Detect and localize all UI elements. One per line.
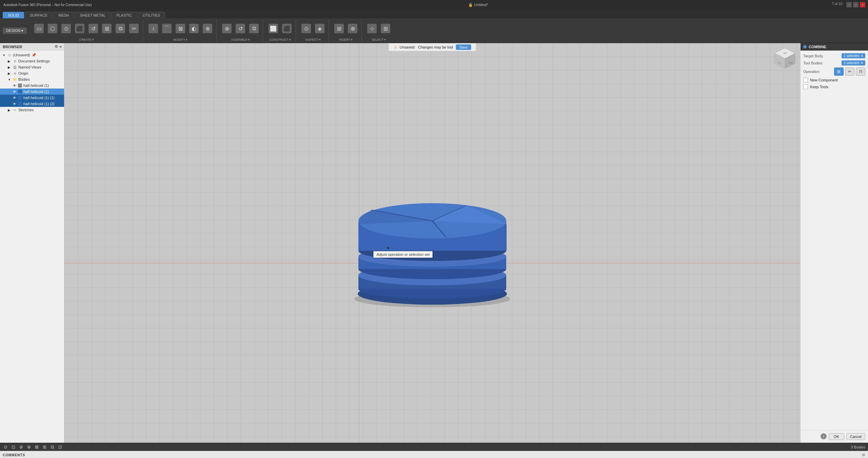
ribbon-group-modify: ↕ ⌒ ⊠ ◐ ⊕ MODIFY ▾: [144, 20, 217, 41]
tab-solid[interactable]: SOLID: [3, 12, 24, 18]
create-extrude-icon[interactable]: ⬛: [74, 23, 86, 34]
folder-icon: ⚙: [13, 59, 17, 63]
tab-utilities[interactable]: UTILITIES: [138, 12, 165, 18]
ribbon-group-select: ⊹ ⊞ SELECT ▾: [363, 20, 394, 41]
toolbar-display2-icon[interactable]: ⊟: [50, 444, 55, 450]
maximize-button[interactable]: □: [853, 2, 859, 7]
op-join-button[interactable]: ⊞: [834, 68, 844, 76]
inspect-label: INSPECT ▾: [305, 38, 321, 41]
toolbar-zoom-fit-icon[interactable]: ⊕: [26, 444, 32, 450]
tab-sheet-metal[interactable]: SHEET METAL: [75, 12, 111, 18]
toolbar-display3-icon[interactable]: ⊡: [57, 444, 63, 450]
tree-item-body4[interactable]: 👁 half-helicoid (1) (2): [0, 101, 64, 107]
assemble-label: ASSEMBLE ▾: [231, 38, 250, 41]
assemble-joint-icon[interactable]: ↺: [234, 23, 246, 34]
tab-surface[interactable]: SURFACE: [25, 12, 53, 18]
toolbar-perspective-icon[interactable]: ⊠: [34, 444, 40, 450]
op-cut-button[interactable]: ✂: [845, 68, 854, 76]
modify-fillet-icon[interactable]: ⌒: [161, 23, 173, 34]
tree-item-body3[interactable]: 👁 half-helicoid (1) (1): [0, 95, 64, 101]
select-box-icon[interactable]: ⊞: [379, 23, 392, 34]
tree-item-sketches[interactable]: ▶ ✏ Sketches: [0, 107, 64, 113]
select-move-icon[interactable]: ⊹: [366, 23, 378, 34]
tool-bodies-value: 2 selected: [844, 61, 859, 65]
target-body-selection[interactable]: 1 selected ✕: [842, 53, 865, 58]
new-component-row: New Component: [803, 78, 865, 82]
create-sphere-icon[interactable]: ⊙: [60, 23, 72, 34]
document-title: 🔒 Untitled*: [92, 3, 865, 7]
tool-bodies-selection[interactable]: 2 selected ✕: [842, 60, 865, 65]
tree-item-origin[interactable]: ▶ ⊕ Origin: [0, 70, 64, 76]
keep-tools-label: Keep Tools: [810, 85, 828, 89]
ok-button[interactable]: OK: [829, 433, 844, 440]
op-intersect-button[interactable]: ⊓: [856, 68, 865, 76]
tree-item-body2[interactable]: 👁 half-helicoid (1): [0, 89, 64, 95]
tree-item-bodies[interactable]: ▾ 📁 Bodies: [0, 76, 64, 82]
tree-item-named-views[interactable]: ▶ 🖼 Named Views: [0, 64, 64, 70]
operation-row: Operation ⊞ ✂ ⊓: [803, 68, 865, 76]
tree-item-root[interactable]: ▾ ⊙ (Unsaved) 📌: [0, 52, 64, 58]
modify-more-icon[interactable]: ⊕: [201, 23, 214, 34]
create-box-icon[interactable]: ▭: [33, 23, 45, 34]
tab-mesh[interactable]: MESH: [53, 12, 74, 18]
toolbar-home-icon[interactable]: ⊙: [3, 444, 8, 450]
save-button[interactable]: Save: [456, 44, 471, 50]
panel-title: COMBINE: [809, 45, 826, 49]
design-button[interactable]: DESIGN ▾: [3, 27, 27, 34]
unsaved-label: Unsaved:: [400, 45, 415, 49]
insert-svg-icon[interactable]: ⊞: [333, 23, 345, 34]
modify-press-pull-icon[interactable]: ↕: [147, 23, 159, 34]
construct-plane-icon[interactable]: ⬜: [267, 23, 279, 34]
tree-item-label: Document Settings: [18, 59, 50, 63]
visibility-icon[interactable]: 👁: [12, 95, 17, 100]
tree-item-doc-settings[interactable]: ▶ ⚙ Document Settings: [0, 58, 64, 64]
info-button[interactable]: i: [821, 433, 827, 439]
tool-bodies-label: Tool Bodies: [803, 61, 823, 65]
create-more-icon[interactable]: ⊞: [101, 23, 113, 34]
visibility-icon[interactable]: 👁: [12, 83, 17, 88]
browser-collapse-icon[interactable]: ◂: [59, 44, 61, 49]
minimize-button[interactable]: −: [846, 2, 852, 7]
inspect-measure-icon[interactable]: ⊙: [300, 23, 312, 34]
target-body-value: 1 selected: [844, 54, 859, 58]
target-body-clear[interactable]: ✕: [861, 54, 863, 58]
body-icon: [18, 90, 22, 94]
tooltip: Adjust operation or selection set: [373, 251, 433, 258]
browser-settings-icon[interactable]: ⚙: [55, 44, 58, 49]
modify-shell-icon[interactable]: ◐: [188, 23, 200, 34]
nav-cube[interactable]: TOP LEFT FRONT: [773, 46, 797, 70]
nav-cube-right-label: FRONT: [788, 62, 793, 64]
tool-bodies-clear[interactable]: ✕: [861, 61, 863, 65]
viewport[interactable]: ⚠ Unsaved: Changes may be lost Save: [64, 43, 800, 443]
titlebar: Autodesk Fusion 360 (Personal – Not for …: [0, 0, 868, 9]
toolbar-display-icon[interactable]: ⊞: [42, 444, 47, 450]
modify-combine-icon[interactable]: ⊠: [174, 23, 186, 34]
origin-icon: ⊕: [13, 71, 17, 76]
page-nav[interactable]: 7 of 10: [832, 2, 842, 7]
expand-icon: ▶: [7, 71, 12, 76]
visibility-icon[interactable]: 👁: [12, 89, 17, 94]
create-pipe-icon[interactable]: ⧉: [114, 23, 126, 34]
toolbar-snap-icon[interactable]: ⊛: [18, 444, 24, 450]
comments-icon[interactable]: ⚙: [862, 453, 865, 457]
create-revolve-icon[interactable]: ↺: [87, 23, 99, 34]
panel-body: Target Body 1 selected ✕ Tool Bodies 2 s…: [801, 51, 868, 92]
close-button[interactable]: ×: [860, 2, 865, 7]
inspect-analysis-icon[interactable]: ◈: [314, 23, 326, 34]
keep-tools-checkbox[interactable]: [803, 84, 808, 89]
construct-axis-icon[interactable]: ⬛: [281, 23, 293, 34]
expand-icon: ▾: [7, 77, 12, 82]
new-component-checkbox[interactable]: [803, 78, 808, 82]
cancel-button[interactable]: Cancel: [846, 433, 865, 440]
toolbar-grid-icon[interactable]: ⊡: [11, 444, 16, 450]
create-icons: ▭ ⬡ ⊙ ⬛ ↺ ⊞ ⧉ ✂: [33, 20, 140, 37]
assemble-new-icon[interactable]: ⊕: [221, 23, 233, 34]
visibility-icon[interactable]: 👁: [12, 101, 17, 106]
create-cut-icon[interactable]: ✂: [128, 23, 140, 34]
create-cylinder-icon[interactable]: ⬡: [46, 23, 59, 34]
assemble-more-icon[interactable]: ⧉: [248, 23, 260, 34]
unsaved-message: Changes may be lost: [418, 45, 453, 49]
tab-plastic[interactable]: PLASTIC: [111, 12, 137, 18]
insert-mcmaster-icon[interactable]: ⊕: [347, 23, 359, 34]
tree-item-body1[interactable]: 👁 half-helicoid (1): [0, 82, 64, 89]
